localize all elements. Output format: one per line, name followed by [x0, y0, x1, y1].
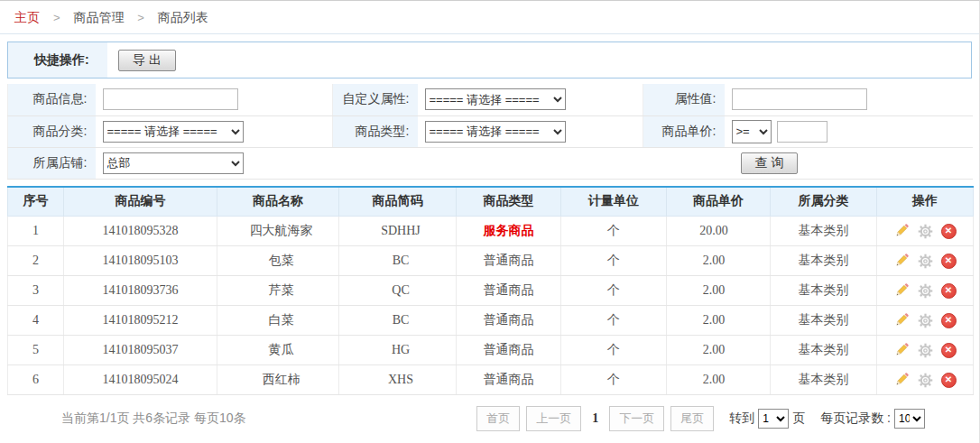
edit-icon[interactable] — [894, 313, 910, 328]
cell-price: 2.00 — [667, 276, 771, 306]
product-table: 序号 商品编号 商品名称 商品简码 商品类型 计量单位 商品单价 所属分类 操作… — [7, 186, 974, 396]
cell-short-code: SDHHJ — [339, 217, 457, 246]
table-row: 6 141018095024 西红柿 XHS 普通商品 个 2.00 基本类别 … — [8, 365, 974, 395]
cell-short-code: QC — [339, 276, 457, 306]
cell-code: 141018095037 — [64, 336, 217, 365]
prev-page-button[interactable]: 上一页 — [526, 406, 581, 431]
cell-price: 2.00 — [667, 306, 771, 336]
table-row: 4 141018095212 白菜 BC 普通商品 个 2.00 基本类别 ✕ — [8, 306, 974, 336]
cell-category: 基本类别 — [771, 217, 877, 246]
cell-unit: 个 — [561, 365, 667, 395]
category-label: 商品分类: — [8, 115, 96, 147]
cell-price: 2.00 — [667, 336, 771, 365]
first-page-button[interactable]: 首页 — [476, 406, 520, 431]
breadcrumb-current: 商品列表 — [158, 10, 208, 24]
cell-short-code: BC — [339, 246, 457, 276]
edit-icon[interactable] — [894, 283, 910, 299]
settings-icon[interactable] — [918, 343, 933, 358]
search-button[interactable]: 查 询 — [741, 152, 799, 174]
edit-icon[interactable] — [894, 224, 910, 239]
cell-code: 141018095024 — [64, 365, 217, 395]
current-page-number: 1 — [592, 411, 598, 426]
cell-short-code: BC — [339, 306, 457, 336]
delete-icon[interactable]: ✕ — [941, 373, 957, 388]
cell-unit: 个 — [561, 306, 667, 336]
next-page-button[interactable]: 下一页 — [609, 406, 664, 431]
settings-icon[interactable] — [918, 373, 933, 388]
last-page-button[interactable]: 尾页 — [670, 406, 714, 431]
delete-icon[interactable]: ✕ — [941, 224, 957, 239]
col-header-short-code: 商品简码 — [339, 187, 457, 217]
settings-icon[interactable] — [918, 224, 933, 239]
edit-icon[interactable] — [894, 343, 910, 358]
export-button[interactable]: 导 出 — [118, 50, 176, 71]
price-operator-select[interactable]: >= — [732, 120, 772, 143]
cell-type: 普通商品 — [457, 336, 561, 365]
table-row: 1 141018095328 四大航海家 SDHHJ 服务商品 个 20.00 … — [8, 217, 974, 246]
cell-category: 基本类别 — [771, 336, 877, 365]
custom-attr-select[interactable]: ===== 请选择 ===== — [425, 88, 566, 110]
cell-index: 5 — [8, 336, 64, 365]
goto-page-suffix: 页 — [792, 411, 805, 427]
breadcrumb-home[interactable]: 主页 — [14, 10, 40, 24]
price-input[interactable] — [777, 121, 827, 143]
cell-type: 服务商品 — [457, 217, 561, 246]
delete-icon[interactable]: ✕ — [941, 313, 957, 328]
cell-code: 141018095328 — [64, 217, 217, 246]
category-select[interactable]: ===== 请选择 ===== — [103, 121, 244, 143]
attr-value-label: 属性值: — [643, 84, 725, 115]
cell-unit: 个 — [561, 246, 667, 276]
col-header-price: 商品单价 — [667, 187, 771, 217]
settings-icon[interactable] — [918, 283, 933, 299]
breadcrumb: 主页 > 商品管理 > 商品列表 — [0, 1, 979, 34]
type-label: 商品类型: — [333, 115, 418, 147]
product-info-input[interactable] — [103, 88, 238, 110]
settings-icon[interactable] — [918, 254, 933, 269]
delete-icon[interactable]: ✕ — [941, 254, 957, 269]
cell-price: 2.00 — [667, 365, 771, 395]
cell-category: 基本类别 — [771, 276, 877, 306]
shop-select[interactable]: 总部 — [103, 152, 244, 174]
cell-unit: 个 — [561, 276, 667, 306]
quick-actions-bar: 快捷操作: 导 出 — [7, 42, 972, 78]
per-page-select[interactable]: 10 — [894, 409, 925, 429]
quick-actions-label: 快捷操作: — [8, 42, 107, 78]
cell-price: 2.00 — [667, 246, 771, 276]
cell-code: 141018095103 — [64, 246, 217, 276]
edit-icon[interactable] — [894, 254, 910, 269]
cell-type: 普通商品 — [457, 365, 561, 395]
settings-icon[interactable] — [918, 313, 933, 328]
cell-category: 基本类别 — [771, 246, 877, 276]
shop-label: 所属店铺: — [8, 147, 96, 179]
cell-short-code: HG — [339, 336, 457, 365]
col-header-type: 商品类型 — [457, 187, 561, 217]
type-select[interactable]: ===== 请选择 ===== — [425, 121, 566, 143]
edit-icon[interactable] — [894, 373, 910, 388]
breadcrumb-product-management[interactable]: 商品管理 — [73, 10, 124, 24]
cell-unit: 个 — [561, 336, 667, 365]
cell-name: 白菜 — [217, 306, 339, 336]
table-header-row: 序号 商品编号 商品名称 商品简码 商品类型 计量单位 商品单价 所属分类 操作 — [8, 187, 974, 217]
attr-value-input[interactable] — [732, 88, 867, 110]
goto-page-select[interactable]: 1 — [758, 409, 789, 429]
cell-type: 普通商品 — [457, 276, 561, 306]
col-header-unit: 计量单位 — [561, 187, 667, 217]
col-header-code: 商品编号 — [64, 187, 217, 217]
col-header-category: 所属分类 — [771, 187, 877, 217]
delete-icon[interactable]: ✕ — [941, 283, 957, 299]
table-row: 2 141018095103 包菜 BC 普通商品 个 2.00 基本类别 ✕ — [8, 246, 974, 276]
cell-index: 1 — [8, 217, 64, 246]
cell-name: 四大航海家 — [217, 217, 339, 246]
goto-page-label: 转到 — [729, 411, 754, 427]
col-header-index: 序号 — [8, 187, 64, 217]
cell-category: 基本类别 — [771, 306, 877, 336]
custom-attr-label: 自定义属性: — [333, 84, 418, 115]
col-header-name: 商品名称 — [217, 187, 339, 217]
cell-index: 4 — [8, 306, 64, 336]
cell-name: 西红柿 — [217, 365, 339, 395]
col-header-operations: 操作 — [877, 187, 974, 217]
cell-code: 141018095212 — [64, 306, 217, 336]
cell-short-code: XHS — [339, 365, 457, 395]
delete-icon[interactable]: ✕ — [941, 343, 957, 358]
breadcrumb-separator: > — [53, 11, 60, 24]
